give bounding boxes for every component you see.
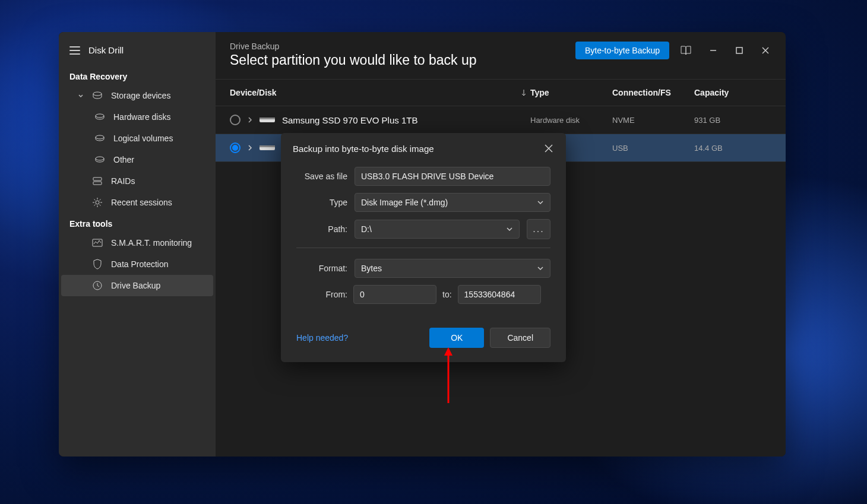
chevron-down-icon bbox=[537, 266, 544, 271]
radio-button[interactable] bbox=[230, 142, 241, 153]
chevron-down-icon bbox=[506, 227, 513, 232]
svg-rect-16 bbox=[260, 145, 275, 147]
chevron-down-icon bbox=[78, 93, 84, 99]
nav-label: Drive Backup bbox=[111, 281, 160, 290]
disk-icon bbox=[94, 133, 105, 144]
to-input[interactable] bbox=[458, 285, 541, 304]
device-capacity: 14.4 GB bbox=[694, 144, 771, 153]
section-data-recovery: Data Recovery bbox=[59, 66, 216, 85]
from-label: From: bbox=[296, 290, 347, 299]
chevron-right-icon[interactable] bbox=[248, 115, 252, 125]
maximize-button[interactable] bbox=[733, 45, 745, 56]
drive-icon bbox=[260, 144, 275, 151]
sidebar-item-data-protection[interactable]: Data Protection bbox=[61, 253, 213, 275]
device-connection: NVME bbox=[612, 116, 694, 125]
section-extra-tools: Extra tools bbox=[59, 213, 216, 232]
sidebar-item-raids[interactable]: RAIDs bbox=[61, 170, 213, 192]
annotation-arrow-icon bbox=[444, 347, 453, 403]
col-type[interactable]: Type bbox=[530, 88, 612, 97]
path-select[interactable]: D:\ bbox=[355, 220, 520, 239]
sidebar-item-logical-volumes[interactable]: Logical volumes bbox=[61, 128, 213, 149]
format-select[interactable]: Bytes bbox=[355, 259, 550, 278]
page-title: Select partition you would like to back … bbox=[230, 52, 477, 68]
sidebar-item-drive-backup[interactable]: Drive Backup bbox=[61, 275, 213, 296]
radio-button[interactable] bbox=[230, 115, 241, 125]
nav-label: Logical volumes bbox=[113, 134, 173, 143]
svg-point-6 bbox=[96, 201, 99, 204]
svg-point-2 bbox=[96, 135, 104, 139]
backup-icon bbox=[92, 280, 103, 291]
drive-icon bbox=[260, 116, 275, 123]
device-name: Samsung SSD 970 EVO Plus 1TB bbox=[282, 115, 417, 125]
ok-button[interactable]: OK bbox=[429, 328, 484, 348]
menu-icon[interactable] bbox=[69, 46, 80, 55]
sidebar-item-hardware-disks[interactable]: Hardware disks bbox=[61, 106, 213, 128]
sidebar-item-other[interactable]: Other bbox=[61, 149, 213, 170]
device-type: Hardware disk bbox=[530, 116, 612, 125]
chevron-down-icon bbox=[537, 200, 544, 205]
modal-header: Backup into byte-to-byte disk image bbox=[281, 133, 566, 160]
from-input[interactable] bbox=[353, 285, 436, 304]
svg-point-3 bbox=[96, 157, 104, 160]
chevron-right-icon[interactable] bbox=[248, 143, 252, 153]
to-label: to: bbox=[442, 290, 452, 299]
app-title: Disk Drill bbox=[88, 45, 124, 55]
svg-point-0 bbox=[93, 92, 102, 96]
device-capacity: 931 GB bbox=[694, 116, 771, 125]
sidebar-item-recent-sessions[interactable]: Recent sessions bbox=[61, 192, 213, 213]
table-header: Device/Disk Type Connection/FS Capacity bbox=[216, 80, 786, 106]
disk-icon bbox=[92, 90, 103, 101]
shield-icon bbox=[92, 259, 103, 270]
svg-point-1 bbox=[96, 114, 104, 118]
modal-title: Backup into byte-to-byte disk image bbox=[293, 144, 434, 154]
nav-label: S.M.A.R.T. monitoring bbox=[111, 238, 192, 248]
monitor-icon bbox=[92, 237, 103, 248]
browse-button[interactable]: ... bbox=[527, 219, 550, 239]
cancel-button[interactable]: Cancel bbox=[490, 328, 550, 348]
col-capacity[interactable]: Capacity bbox=[694, 88, 771, 97]
disk-icon bbox=[94, 154, 105, 165]
raid-icon bbox=[92, 176, 103, 186]
save-as-input[interactable] bbox=[355, 167, 550, 186]
svg-rect-14 bbox=[260, 118, 275, 119]
byte-backup-button[interactable]: Byte-to-byte Backup bbox=[575, 42, 669, 59]
svg-rect-5 bbox=[93, 182, 102, 185]
nav-label: Other bbox=[113, 155, 134, 164]
main-header: Drive Backup Select partition you would … bbox=[216, 32, 786, 80]
divider bbox=[296, 248, 550, 248]
sidebar-item-storage-devices[interactable]: Storage devices bbox=[61, 85, 213, 106]
table-row[interactable]: Samsung SSD 970 EVO Plus 1TB Hardware di… bbox=[216, 106, 786, 134]
type-label: Type bbox=[296, 198, 347, 207]
book-icon[interactable] bbox=[680, 45, 692, 56]
path-label: Path: bbox=[296, 224, 347, 234]
minimize-button[interactable] bbox=[707, 45, 719, 56]
disk-icon bbox=[94, 112, 105, 122]
save-as-label: Save as file bbox=[296, 172, 347, 181]
format-value: Bytes bbox=[361, 264, 382, 273]
nav-label: Hardware disks bbox=[113, 112, 170, 122]
svg-rect-4 bbox=[93, 177, 102, 180]
nav-label: Storage devices bbox=[111, 91, 170, 100]
breadcrumb: Drive Backup bbox=[230, 42, 477, 51]
svg-marker-20 bbox=[444, 347, 453, 356]
type-value: Disk Image File (*.dmg) bbox=[361, 198, 448, 207]
nav-label: Data Protection bbox=[111, 259, 169, 269]
sidebar-header: Disk Drill bbox=[59, 39, 216, 66]
col-connection[interactable]: Connection/FS bbox=[612, 88, 694, 97]
help-link[interactable]: Help needed? bbox=[296, 333, 348, 343]
nav-label: RAIDs bbox=[111, 176, 135, 186]
col-device[interactable]: Device/Disk bbox=[230, 88, 521, 97]
svg-rect-10 bbox=[736, 47, 742, 53]
type-select[interactable]: Disk Image File (*.dmg) bbox=[355, 193, 550, 212]
close-button[interactable] bbox=[760, 45, 771, 56]
format-label: Format: bbox=[296, 264, 347, 273]
device-connection: USB bbox=[612, 144, 694, 153]
gear-icon bbox=[92, 197, 103, 208]
nav-label: Recent sessions bbox=[111, 198, 172, 207]
path-value: D:\ bbox=[361, 224, 372, 234]
backup-modal: Backup into byte-to-byte disk image Save… bbox=[281, 133, 566, 362]
sidebar: Disk Drill Data Recovery Storage devices… bbox=[59, 32, 216, 457]
sidebar-item-smart[interactable]: S.M.A.R.T. monitoring bbox=[61, 232, 213, 253]
close-icon[interactable] bbox=[545, 144, 554, 154]
sort-arrow-icon[interactable] bbox=[521, 88, 530, 97]
